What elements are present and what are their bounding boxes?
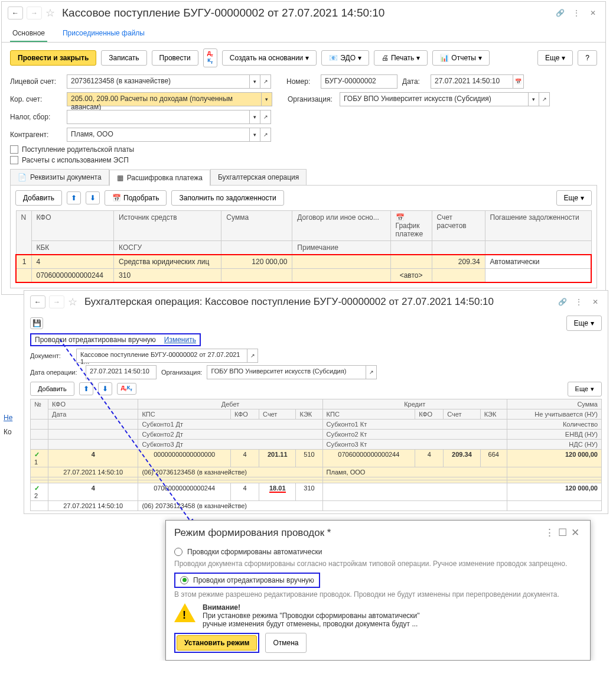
tab-accounting-op[interactable]: Бухгалтерская операция — [210, 169, 307, 186]
doc-input[interactable]: Кассовое поступление БУГУ-00000002 от 27… — [76, 349, 247, 363]
nav-back-button[interactable]: ← — [8, 6, 23, 19]
move-up-button[interactable]: ⬆ — [67, 191, 81, 204]
close-icon-2[interactable]: ✕ — [589, 295, 602, 308]
radio-auto[interactable] — [174, 548, 182, 556]
footer-link-1[interactable]: Не — [4, 414, 12, 422]
nav-forward-button-2[interactable]: → — [49, 295, 64, 308]
nav-forward-button[interactable]: → — [27, 6, 42, 19]
account-input[interactable]: 20736123458 (в казначействе) — [67, 74, 250, 89]
edo-button[interactable]: 📧 ЭДО ▾ — [321, 50, 369, 66]
modal-close-icon[interactable]: ✕ — [569, 526, 582, 539]
favorite-icon-2[interactable]: ☆ — [68, 295, 77, 308]
account-dropdown-icon[interactable]: ▾ — [250, 74, 260, 89]
ehdr-envd: ЕНВД (НУ) — [507, 429, 601, 439]
table-row[interactable]: 27.07.2021 14:50:10 (06) 20736123458 (в … — [31, 500, 602, 511]
org-input[interactable]: ГОБУ ВПО Университет искусств (Субсидия) — [340, 92, 529, 106]
modal-more-icon[interactable]: ⋮ — [543, 526, 556, 539]
titlebar-1: ← → ☆ Кассовое поступление БУГУ-00000002… — [2, 2, 605, 24]
tax-input[interactable] — [67, 110, 250, 124]
table-row[interactable]: 07060000000000244 310 <авто> — [16, 268, 591, 282]
modal-max-icon[interactable]: ☐ — [556, 526, 569, 539]
table-row[interactable]: ✓ 2 4 07060000000000244 4 18.01 310 120 … — [31, 483, 602, 500]
fill-debt-button[interactable]: Заполнить по задолженности — [171, 190, 283, 206]
org-input-2[interactable]: ГОБУ ВПО Университет искусств (Субсидия) — [207, 365, 366, 379]
table-row[interactable]: ✓ 1 4 00000000000000000 4 201.11 510 070… — [31, 449, 602, 467]
contractor-open-icon[interactable]: ↗ — [260, 128, 271, 142]
tax-open-icon[interactable]: ↗ — [260, 110, 271, 124]
radio-manual[interactable] — [180, 576, 188, 584]
date-input[interactable]: 27.07.2021 14:50:10 — [431, 74, 513, 89]
nav-back-button-2[interactable]: ← — [30, 295, 45, 308]
hdr-contract: Договор или иное осно... — [292, 210, 390, 240]
split-table[interactable]: N КФО Источник средств Сумма Договор или… — [15, 210, 592, 283]
window-cash-receipt: ← → ☆ Кассовое поступление БУГУ-00000002… — [1, 1, 606, 295]
tab-requisites[interactable]: 📄 Реквизиты документа — [10, 169, 109, 186]
post-and-close-button[interactable]: Провести и закрыть — [10, 50, 96, 66]
move-down-button[interactable]: ⬇ — [86, 191, 100, 204]
save-icon-button[interactable]: 💾 — [30, 317, 43, 329]
favorite-icon[interactable]: ☆ — [45, 6, 55, 19]
more-button-2[interactable]: Еще ▾ — [566, 316, 602, 331]
more-icon-2[interactable]: ⋮ — [572, 295, 585, 308]
ehdr-acct-c: Счет — [444, 409, 480, 419]
help-button[interactable]: ? — [578, 50, 597, 66]
entries-add-button[interactable]: Добавить — [30, 382, 74, 396]
calendar-icon[interactable]: 📅 — [513, 74, 524, 89]
entries-more-button[interactable]: Еще ▾ — [568, 382, 602, 396]
split-more-button[interactable]: Еще ▾ — [556, 190, 592, 206]
org-open-icon-2[interactable]: ↗ — [366, 365, 377, 379]
save-button[interactable]: Записать — [101, 50, 146, 66]
more-icon[interactable]: ⋮ — [570, 6, 583, 19]
dtkt-button[interactable]: ДтКт — [203, 48, 217, 67]
edit-link[interactable]: Изменить — [164, 336, 196, 344]
tax-dropdown-icon[interactable]: ▾ — [250, 110, 260, 124]
contractor-dropdown-icon[interactable]: ▾ — [250, 128, 260, 142]
reports-button[interactable]: 📊 Отчеты ▾ — [432, 50, 489, 66]
pick-button[interactable]: 📅 Подобрать — [105, 190, 167, 206]
close-icon[interactable]: ✕ — [586, 6, 599, 19]
parent-payment-checkbox[interactable] — [10, 145, 18, 154]
ehdr-kfo: КФО — [48, 399, 138, 409]
org-dropdown-icon[interactable]: ▾ — [529, 92, 539, 106]
mid-tabs: 📄 Реквизиты документа ▦ Расшифровка плат… — [10, 169, 597, 186]
tax-label: Налог, сбор: — [10, 113, 62, 121]
ehdr-sub3k: Субконто3 Кт — [322, 439, 507, 449]
link-icon[interactable]: 🔗 — [553, 6, 566, 19]
hdr-sum: Сумма — [221, 210, 292, 240]
account-open-icon[interactable]: ↗ — [260, 74, 271, 89]
doc-open-icon[interactable]: ↗ — [247, 349, 258, 363]
org-label-2: Организация: — [161, 369, 202, 376]
contractor-label: Контрагент: — [10, 131, 62, 139]
entries-down-button[interactable]: ⬇ — [98, 382, 112, 395]
entries-table[interactable]: № КФО Дебет Кредит Сумма Дата КПС КФО Сч… — [30, 399, 602, 511]
create-based-button[interactable]: Создать на основании ▾ — [222, 50, 317, 66]
modal-title-text: Режим формирования проводок * — [174, 527, 543, 539]
ehdr-sub2d: Субконто2 Дт — [138, 429, 322, 439]
set-mode-button[interactable]: Установить режим — [177, 635, 257, 651]
hint-manual: В этом режиме разрешено редактирование п… — [174, 590, 582, 599]
table-row[interactable]: 1 4 Средства юридических лиц 120 000,00 … — [16, 255, 591, 269]
contractor-input[interactable]: Пламя, ООО — [67, 128, 250, 142]
cancel-button[interactable]: Отмена — [265, 633, 306, 653]
esp-checkbox[interactable] — [10, 156, 18, 164]
org-open-icon[interactable]: ↗ — [539, 92, 550, 106]
tab-attached-files[interactable]: Присоединенные файлы — [60, 24, 147, 42]
op-date-label: Дата операции: — [30, 369, 81, 376]
op-date-input[interactable]: 27.07.2021 14:50:10 — [86, 365, 157, 379]
number-input[interactable]: БУГУ-00000002 — [321, 74, 397, 89]
doc-label: Документ: — [30, 352, 71, 359]
entries-dtkt-button[interactable]: ДтКт — [117, 383, 136, 395]
print-button[interactable]: 🖨 Печать ▾ — [374, 50, 428, 66]
more-button-1[interactable]: Еще ▾ — [537, 50, 573, 66]
split-add-button[interactable]: Добавить — [15, 190, 62, 206]
link-icon-2[interactable]: 🔗 — [556, 295, 569, 308]
entries-up-button[interactable]: ⬆ — [79, 382, 93, 395]
titlebar-2: ← → ☆ Бухгалтерская операция: Кассовое п… — [24, 291, 608, 313]
cor-account-input[interactable]: 205.00, 209.00 Расчеты по доходам (получ… — [67, 92, 262, 106]
table-row[interactable]: 27.07.2021 14:50:10 (06) 20736123458 (в … — [31, 467, 602, 477]
footer-text: Ко — [4, 428, 12, 436]
post-button[interactable]: Провести — [152, 50, 198, 66]
cor-dropdown-icon[interactable]: ▾ — [262, 92, 272, 106]
tab-split[interactable]: ▦ Расшифровка платежа — [109, 170, 210, 186]
tab-main[interactable]: Основное — [10, 24, 47, 42]
